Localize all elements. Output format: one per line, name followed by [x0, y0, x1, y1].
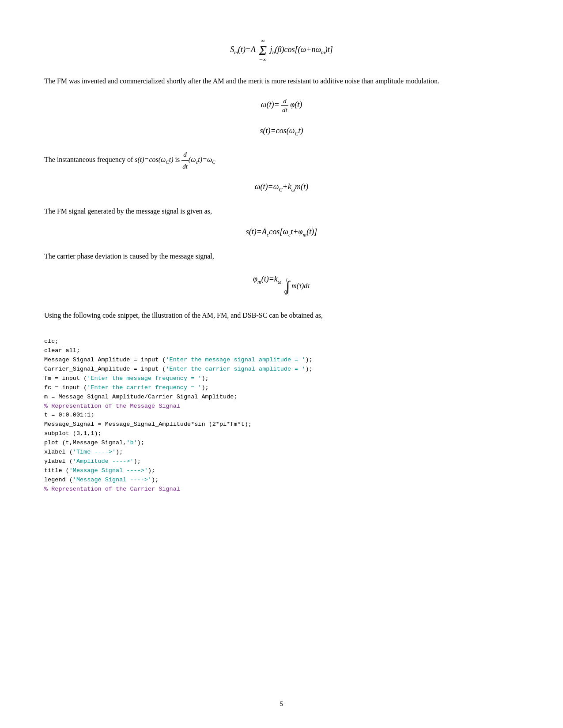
- formula-omega-def: ω(t)= d dt φ(t): [44, 98, 519, 114]
- code-line-msg-signal: Message_Signal = Message_Signal_Amplitud…: [44, 421, 252, 428]
- code-line-ylabel: ylabel ('Amplitude ---->');: [44, 458, 141, 465]
- page: Sm(t)=A ∞ Σ −∞ jn(β)cos[(ω+nωm)t] The FM…: [44, 37, 519, 712]
- formula-omega-fm: ω(t)=ωC+kωm(t): [44, 182, 519, 193]
- code-line-clear: clear all;: [44, 347, 80, 354]
- code-line-t: t = 0:0.001:1;: [44, 412, 94, 418]
- paragraph-carrier-phase: The carrier phase deviation is caused by…: [44, 251, 519, 262]
- code-line-m: m = Message_Signal_Amplitude/Carrier_Sig…: [44, 394, 237, 400]
- paragraph-code-intro: Using the following code snippet, the il…: [44, 310, 519, 321]
- paragraph-fm-signal: The FM signal generated by the message s…: [44, 206, 519, 217]
- code-line-legend: legend ('Message Signal ---->');: [44, 477, 159, 483]
- code-block: clc; clear all; Message_Signal_Amplitude…: [44, 328, 519, 503]
- code-line-plot: plot (t,Message_Signal,'b');: [44, 439, 144, 446]
- code-line-subplot: subplot (3,1,1);: [44, 430, 102, 437]
- formula-phi-integral: φm(t)=kω t 0 ∫ m(τ)dτ: [44, 274, 519, 296]
- code-line-fm: fm = input ('Enter the message frequency…: [44, 375, 209, 382]
- code-line-comment-carrier: % Representation of the Carrier Signal: [44, 486, 180, 492]
- code-line-xlabel: xlabel ('Time ---->');: [44, 449, 123, 455]
- paragraph-inst-freq: The instantaneous frequency of s(t)=cos(…: [44, 149, 519, 172]
- formula-sm-series: Sm(t)=A ∞ Σ −∞ jn(β)cos[(ω+nωm)t]: [44, 37, 519, 63]
- code-line-clc: clc;: [44, 338, 58, 345]
- formula-s-fm: s(t)=Accos[ωct+φm(t)]: [44, 227, 519, 238]
- code-line-msg-amp: Message_Signal_Amplitude = input ('Enter…: [44, 356, 313, 363]
- paragraph-fm-intro: The FM was invented and commercialized s…: [44, 75, 519, 87]
- code-line-car-amp: Carrier_Signal_Amplitude = input ('Enter…: [44, 366, 313, 372]
- code-line-comment-msg: % Representation of the Message Signal: [44, 403, 180, 409]
- code-line-title: title ('Message Signal ---->');: [44, 467, 155, 474]
- code-line-fc: fc = input ('Enter the carrier frequency…: [44, 384, 209, 391]
- formula-s-carrier: s(t)=cos(ωCt): [44, 126, 519, 137]
- page-number: 5: [44, 700, 519, 708]
